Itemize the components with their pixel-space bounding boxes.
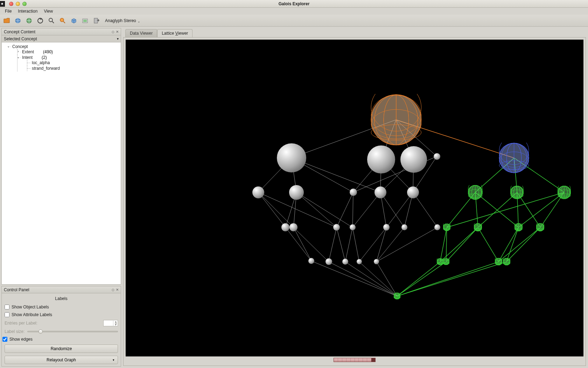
app-icon: ◆ bbox=[0, 1, 5, 7]
tree-label: loc_alpha bbox=[32, 60, 50, 65]
svg-rect-8 bbox=[83, 20, 87, 22]
tree-leaf[interactable]: strand_forward bbox=[27, 66, 120, 71]
svg-line-29 bbox=[352, 192, 380, 227]
label-size-slider[interactable]: Label size: bbox=[5, 329, 118, 334]
lattice-node[interactable] bbox=[252, 186, 264, 198]
menubar: File Interaction View bbox=[0, 8, 588, 15]
svg-line-48 bbox=[345, 262, 397, 296]
svg-line-78 bbox=[397, 262, 506, 296]
lattice-node[interactable] bbox=[401, 224, 407, 230]
tab-lattice-viewer[interactable]: Lattice Viewer bbox=[157, 29, 192, 37]
panel-close-icon[interactable]: ✕ bbox=[116, 30, 119, 34]
svg-point-5 bbox=[60, 18, 64, 22]
checkbox-input[interactable] bbox=[5, 305, 9, 309]
checkbox-input[interactable] bbox=[5, 312, 9, 317]
svg-line-46 bbox=[312, 261, 397, 296]
selected-concept-dropdown[interactable]: Selected Concept ▾ bbox=[2, 35, 121, 42]
toolbar-globe-a-icon[interactable] bbox=[13, 16, 22, 25]
lattice-node[interactable] bbox=[367, 145, 395, 173]
lattice-node-green-wire[interactable] bbox=[394, 293, 400, 299]
svg-line-41 bbox=[352, 227, 359, 262]
progress-bar bbox=[334, 358, 376, 362]
lattice-node[interactable] bbox=[400, 146, 427, 173]
toolbar-snapshot-icon[interactable] bbox=[80, 16, 90, 25]
tree-toggle-icon[interactable]: ⌄ bbox=[16, 55, 20, 59]
zoom-window-icon[interactable] bbox=[22, 2, 27, 6]
lattice-node-green-wire[interactable] bbox=[536, 223, 544, 231]
lattice-node-green-wire[interactable] bbox=[514, 223, 523, 231]
lattice-node-blue-wire[interactable] bbox=[499, 143, 529, 173]
toolbar-export-icon[interactable] bbox=[92, 16, 101, 25]
tree-node-concept[interactable]: ⌄ Concept › Extent(490) ⌄ Intent(2) bbox=[7, 44, 120, 72]
concept-tree[interactable]: ⌄ Concept › Extent(490) ⌄ Intent(2) bbox=[2, 42, 121, 284]
slider-thumb[interactable] bbox=[38, 329, 43, 334]
tab-data-viewer[interactable]: Data Viewer bbox=[125, 29, 157, 37]
lattice-node-green-wire[interactable] bbox=[468, 185, 483, 200]
panel-detach-icon[interactable]: ◇ bbox=[112, 288, 114, 292]
panel-close-icon[interactable]: ✕ bbox=[116, 288, 119, 292]
lattice-node[interactable] bbox=[289, 185, 304, 200]
svg-line-75 bbox=[397, 262, 440, 296]
checkbox-show-edges[interactable]: Show edges bbox=[2, 337, 118, 342]
svg-line-39 bbox=[337, 227, 345, 262]
lattice-node[interactable] bbox=[350, 189, 357, 196]
tree-toggle-icon[interactable]: ⌄ bbox=[7, 44, 10, 48]
svg-line-23 bbox=[258, 192, 293, 227]
svg-line-28 bbox=[352, 192, 353, 227]
lattice-node[interactable] bbox=[289, 223, 298, 231]
menu-view[interactable]: View bbox=[41, 8, 56, 14]
spinner-down-icon[interactable]: ▼ bbox=[113, 323, 118, 326]
toolbar-cube-icon[interactable] bbox=[69, 16, 78, 25]
svg-line-69 bbox=[446, 227, 478, 262]
labels-heading: Labels bbox=[5, 295, 118, 302]
lattice-node[interactable] bbox=[407, 186, 419, 198]
lattice-viewport[interactable] bbox=[126, 40, 583, 356]
slider-track[interactable] bbox=[27, 331, 118, 332]
tree-leaf[interactable]: loc_alpha bbox=[27, 60, 120, 66]
tree-label: Concept bbox=[12, 44, 28, 49]
lattice-node-green-wire[interactable] bbox=[558, 186, 571, 199]
randomize-button[interactable]: Randomize bbox=[5, 345, 118, 353]
lattice-node[interactable] bbox=[277, 143, 306, 172]
lattice-node-green-wire[interactable] bbox=[503, 258, 510, 265]
svg-line-36 bbox=[294, 227, 312, 261]
panel-control: Control Panel ◇✕ Labels Show Object Labe… bbox=[1, 286, 121, 367]
menu-file[interactable]: File bbox=[2, 8, 14, 14]
lattice-node[interactable] bbox=[326, 258, 332, 265]
relayout-graph-button[interactable]: Relayout Graph▾ bbox=[5, 356, 118, 364]
checkbox-show-object-labels[interactable]: Show Object Labels bbox=[5, 305, 118, 309]
tree-toggle-icon[interactable]: › bbox=[16, 49, 20, 53]
lattice-node-green-wire[interactable] bbox=[443, 258, 449, 265]
svg-line-38 bbox=[329, 227, 337, 262]
minimize-window-icon[interactable] bbox=[16, 2, 20, 6]
lattice-node-green-wire[interactable] bbox=[510, 186, 524, 199]
toolbar-zoom-highlight-icon[interactable] bbox=[58, 16, 67, 25]
close-window-icon[interactable] bbox=[9, 2, 13, 6]
tree-node-intent[interactable]: ⌄ Intent(2) loc_alpha strand_forward bbox=[17, 55, 120, 71]
svg-line-54 bbox=[380, 192, 404, 227]
toolbar-reset-icon[interactable] bbox=[36, 16, 45, 25]
spinner-up-icon[interactable]: ▲ bbox=[113, 320, 118, 323]
lattice-node-green-wire[interactable] bbox=[443, 224, 450, 231]
entries-per-label-spinner[interactable]: 4 ▲▼ bbox=[103, 320, 118, 326]
svg-line-33 bbox=[413, 192, 438, 227]
toolbar-zoom-icon[interactable] bbox=[47, 16, 56, 25]
tree-node-extent[interactable]: › Extent(490) bbox=[17, 49, 120, 55]
checkbox-input[interactable] bbox=[2, 337, 7, 342]
lattice-node-orange-wire[interactable] bbox=[370, 94, 422, 146]
toolbar-stereo-dropdown[interactable]: Anaglyph Stereo ⌄ bbox=[103, 17, 142, 24]
toolbar-globe-b-icon[interactable] bbox=[24, 16, 34, 25]
menu-interaction[interactable]: Interaction bbox=[15, 8, 40, 14]
svg-line-45 bbox=[377, 227, 438, 262]
checkbox-show-attribute-labels[interactable]: Show Attribute Labels bbox=[5, 312, 118, 317]
lattice-node-green-wire[interactable] bbox=[495, 258, 502, 265]
window-title: Galois Explorer bbox=[0, 1, 588, 6]
entries-per-label-row: Entries per Label: 4 ▲▼ bbox=[5, 320, 118, 326]
tree-label: strand_forward bbox=[32, 66, 60, 71]
lattice-node[interactable] bbox=[374, 186, 386, 198]
toolbar-open-icon[interactable] bbox=[2, 16, 11, 25]
svg-line-43 bbox=[377, 227, 386, 262]
lattice-node[interactable] bbox=[434, 153, 440, 160]
lattice-node-green-wire[interactable] bbox=[474, 223, 482, 231]
panel-detach-icon[interactable]: ◇ bbox=[112, 30, 114, 34]
